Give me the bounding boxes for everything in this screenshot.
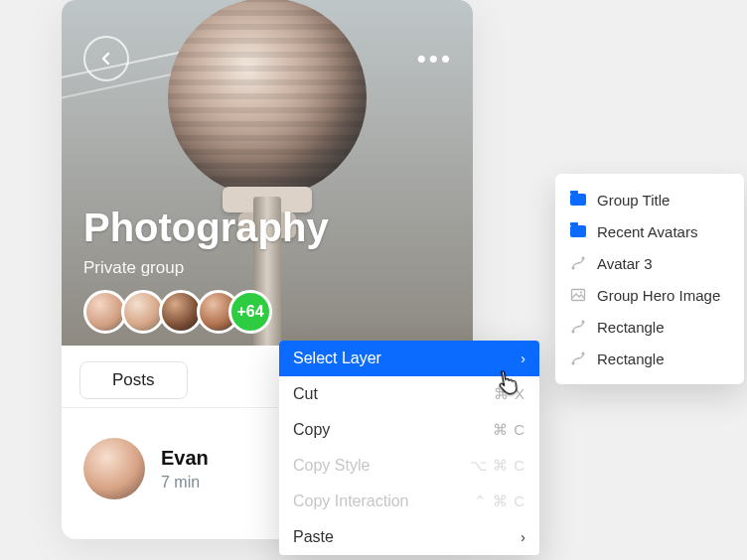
keyboard-shortcut: ⌥ ⌘ C	[470, 457, 525, 475]
folder-icon	[569, 222, 587, 240]
keyboard-shortcut: ⌃ ⌘ C	[474, 492, 525, 510]
menu-item-label: Select Layer	[293, 350, 381, 367]
keyboard-shortcut: ⌘ C	[493, 421, 525, 439]
group-hero-image: ••• Photography Private group +64	[62, 0, 473, 346]
layer-item-group-hero-image[interactable]: Group Hero Image	[555, 279, 744, 311]
keyboard-shortcut: ⌘ X	[494, 385, 525, 403]
tab-posts[interactable]: Posts	[79, 361, 188, 399]
layer-label: Recent Avatars	[597, 223, 697, 240]
layer-item-rectangle[interactable]: Rectangle	[555, 343, 744, 374]
menu-item-copy[interactable]: Copy ⌘ C	[279, 412, 539, 448]
group-title: Photography	[83, 206, 329, 250]
layer-item-group-title[interactable]: Group Title	[555, 184, 744, 215]
menu-item-label: Copy Interaction	[293, 492, 409, 510]
layer-label: Group Hero Image	[597, 287, 720, 304]
chevron-right-icon: ›	[521, 350, 525, 366]
menu-item-cut[interactable]: Cut ⌘ X	[279, 376, 539, 412]
menu-item-label: Copy	[293, 421, 330, 439]
svg-point-1	[581, 256, 584, 259]
svg-point-5	[581, 320, 584, 323]
layer-label: Rectangle	[597, 350, 665, 367]
layer-item-rectangle[interactable]: Rectangle	[555, 311, 744, 343]
layer-label: Rectangle	[597, 319, 665, 336]
menu-item-label: Cut	[293, 385, 318, 403]
context-menu: Select Layer › Cut ⌘ X Copy ⌘ C Copy Sty…	[279, 341, 539, 555]
menu-item-copy-style: Copy Style ⌥ ⌘ C	[279, 448, 539, 484]
more-button[interactable]: •••	[417, 46, 453, 71]
avatar[interactable]	[83, 438, 145, 499]
bezier-icon	[569, 318, 587, 336]
svg-point-4	[571, 330, 574, 333]
menu-item-copy-interaction: Copy Interaction ⌃ ⌘ C	[279, 484, 539, 519]
avatar-more-count[interactable]: +64	[228, 290, 272, 334]
bezier-icon	[569, 350, 587, 367]
back-button[interactable]	[83, 36, 129, 81]
layer-item-recent-avatars[interactable]: Recent Avatars	[555, 215, 744, 247]
layer-label: Avatar 3	[597, 255, 653, 272]
layers-submenu: Group Title Recent Avatars Avatar 3 Grou…	[555, 174, 744, 384]
image-icon	[569, 286, 587, 304]
layer-item-avatar-3[interactable]: Avatar 3	[555, 247, 744, 279]
recent-avatars: +64	[83, 290, 272, 334]
svg-point-0	[571, 266, 574, 269]
menu-item-select-layer[interactable]: Select Layer ›	[279, 341, 539, 376]
layer-label: Group Title	[597, 192, 670, 209]
post-timestamp: 7 min	[161, 474, 209, 491]
dots-icon: •••	[417, 44, 453, 73]
menu-item-paste[interactable]: Paste ›	[279, 519, 539, 555]
folder-icon	[569, 191, 587, 209]
menu-item-label: Paste	[293, 528, 334, 546]
svg-rect-2	[572, 290, 585, 301]
chevron-left-icon	[98, 51, 114, 67]
menu-item-label: Copy Style	[293, 457, 370, 475]
group-subtitle: Private group	[83, 258, 184, 278]
chevron-right-icon: ›	[521, 529, 525, 545]
bezier-icon	[569, 254, 587, 272]
svg-point-7	[581, 351, 584, 354]
svg-point-6	[571, 361, 574, 364]
svg-point-3	[580, 291, 582, 293]
post-author-name: Evan	[161, 447, 209, 470]
